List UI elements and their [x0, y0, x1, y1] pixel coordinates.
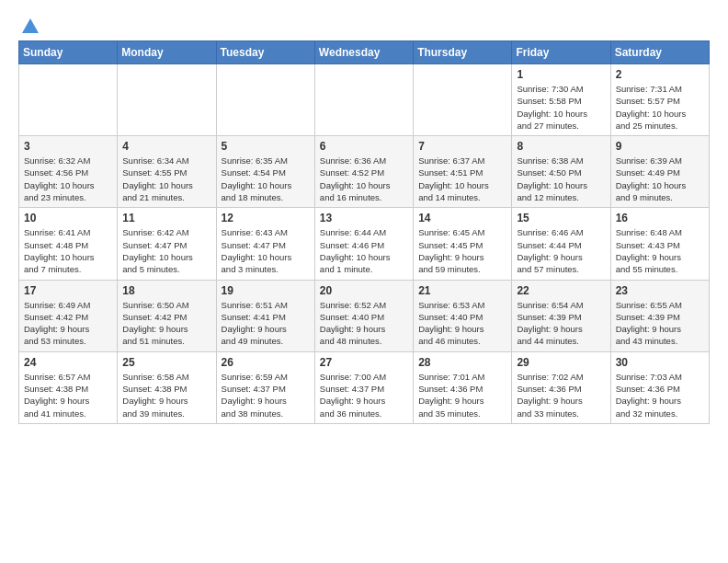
day-number: 7	[418, 140, 506, 153]
day-number: 22	[517, 284, 605, 297]
day-info: Sunrise: 7:31 AM Sunset: 5:57 PM Dayligh…	[616, 83, 704, 132]
calendar-cell: 6Sunrise: 6:36 AM Sunset: 4:52 PM Daylig…	[314, 136, 413, 208]
svg-marker-0	[22, 18, 39, 33]
day-number: 5	[222, 140, 310, 153]
day-info: Sunrise: 6:37 AM Sunset: 4:51 PM Dayligh…	[418, 155, 506, 203]
day-number: 23	[616, 284, 704, 297]
day-number: 16	[616, 212, 704, 224]
calendar-cell: 15Sunrise: 6:46 AM Sunset: 4:44 PM Dayli…	[512, 208, 610, 280]
calendar-cell: 28Sunrise: 7:01 AM Sunset: 4:36 PM Dayli…	[414, 351, 512, 423]
day-info: Sunrise: 6:38 AM Sunset: 4:50 PM Dayligh…	[517, 155, 605, 203]
calendar-cell: 1Sunrise: 7:30 AM Sunset: 5:58 PM Daylig…	[512, 64, 610, 136]
calendar-cell: 22Sunrise: 6:54 AM Sunset: 4:39 PM Dayli…	[512, 280, 610, 351]
logo-icon	[20, 17, 40, 37]
calendar-cell: 2Sunrise: 7:31 AM Sunset: 5:57 PM Daylig…	[610, 64, 709, 136]
day-number: 27	[320, 356, 408, 369]
day-info: Sunrise: 6:52 AM Sunset: 4:40 PM Dayligh…	[320, 299, 408, 348]
calendar-cell: 24Sunrise: 6:57 AM Sunset: 4:38 PM Dayli…	[19, 351, 118, 423]
calendar-cell	[414, 64, 512, 136]
day-number: 21	[418, 284, 506, 297]
calendar-cell: 11Sunrise: 6:42 AM Sunset: 4:47 PM Dayli…	[118, 208, 216, 280]
calendar-cell: 30Sunrise: 7:03 AM Sunset: 4:36 PM Dayli…	[610, 351, 709, 423]
day-info: Sunrise: 7:03 AM Sunset: 4:36 PM Dayligh…	[616, 371, 704, 419]
calendar-cell: 20Sunrise: 6:52 AM Sunset: 4:40 PM Dayli…	[314, 280, 413, 351]
calendar-cell: 14Sunrise: 6:45 AM Sunset: 4:45 PM Dayli…	[414, 208, 512, 280]
day-info: Sunrise: 6:48 AM Sunset: 4:43 PM Dayligh…	[616, 226, 704, 275]
week-row-3: 10Sunrise: 6:41 AM Sunset: 4:48 PM Dayli…	[19, 208, 710, 280]
calendar-cell: 3Sunrise: 6:32 AM Sunset: 4:56 PM Daylig…	[19, 136, 118, 208]
day-number: 12	[222, 212, 310, 224]
header	[18, 15, 710, 33]
day-info: Sunrise: 6:57 AM Sunset: 4:38 PM Dayligh…	[24, 371, 112, 419]
day-info: Sunrise: 6:46 AM Sunset: 4:44 PM Dayligh…	[517, 226, 605, 275]
day-info: Sunrise: 6:44 AM Sunset: 4:46 PM Dayligh…	[320, 226, 408, 275]
weekday-header-tuesday: Tuesday	[216, 41, 314, 64]
day-number: 20	[320, 284, 408, 297]
day-number: 25	[122, 356, 210, 369]
day-number: 9	[616, 140, 704, 153]
calendar-cell: 25Sunrise: 6:58 AM Sunset: 4:38 PM Dayli…	[118, 351, 216, 423]
day-info: Sunrise: 6:49 AM Sunset: 4:42 PM Dayligh…	[24, 299, 112, 348]
day-number: 28	[418, 356, 506, 369]
calendar-cell: 8Sunrise: 6:38 AM Sunset: 4:50 PM Daylig…	[512, 136, 610, 208]
calendar-cell	[19, 64, 118, 136]
day-number: 18	[122, 284, 210, 297]
day-info: Sunrise: 6:45 AM Sunset: 4:45 PM Dayligh…	[418, 226, 506, 275]
day-number: 26	[222, 356, 310, 369]
calendar-cell: 21Sunrise: 6:53 AM Sunset: 4:40 PM Dayli…	[414, 280, 512, 351]
calendar-cell: 10Sunrise: 6:41 AM Sunset: 4:48 PM Dayli…	[19, 208, 118, 280]
day-info: Sunrise: 6:58 AM Sunset: 4:38 PM Dayligh…	[122, 371, 210, 419]
day-info: Sunrise: 6:50 AM Sunset: 4:42 PM Dayligh…	[122, 299, 210, 348]
calendar: SundayMondayTuesdayWednesdayThursdayFrid…	[18, 40, 710, 424]
day-number: 1	[517, 68, 605, 81]
day-info: Sunrise: 6:41 AM Sunset: 4:48 PM Dayligh…	[24, 226, 112, 275]
weekday-header-row: SundayMondayTuesdayWednesdayThursdayFrid…	[19, 41, 710, 64]
calendar-cell: 29Sunrise: 7:02 AM Sunset: 4:36 PM Dayli…	[512, 351, 610, 423]
day-info: Sunrise: 6:36 AM Sunset: 4:52 PM Dayligh…	[320, 155, 408, 203]
day-number: 2	[616, 68, 704, 81]
day-info: Sunrise: 7:02 AM Sunset: 4:36 PM Dayligh…	[517, 371, 605, 419]
day-info: Sunrise: 6:32 AM Sunset: 4:56 PM Dayligh…	[24, 155, 112, 203]
day-number: 30	[616, 356, 704, 369]
day-info: Sunrise: 7:00 AM Sunset: 4:37 PM Dayligh…	[320, 371, 408, 419]
day-info: Sunrise: 6:51 AM Sunset: 4:41 PM Dayligh…	[222, 299, 310, 348]
weekday-header-sunday: Sunday	[19, 41, 118, 64]
calendar-cell: 13Sunrise: 6:44 AM Sunset: 4:46 PM Dayli…	[314, 208, 413, 280]
weekday-header-friday: Friday	[512, 41, 610, 64]
calendar-cell: 5Sunrise: 6:35 AM Sunset: 4:54 PM Daylig…	[216, 136, 314, 208]
day-info: Sunrise: 6:42 AM Sunset: 4:47 PM Dayligh…	[122, 226, 210, 275]
calendar-cell: 18Sunrise: 6:50 AM Sunset: 4:42 PM Dayli…	[118, 280, 216, 351]
day-number: 24	[24, 356, 112, 369]
day-number: 10	[24, 212, 112, 224]
calendar-cell: 12Sunrise: 6:43 AM Sunset: 4:47 PM Dayli…	[216, 208, 314, 280]
calendar-cell: 26Sunrise: 6:59 AM Sunset: 4:37 PM Dayli…	[216, 351, 314, 423]
week-row-4: 17Sunrise: 6:49 AM Sunset: 4:42 PM Dayli…	[19, 280, 710, 351]
weekday-header-wednesday: Wednesday	[314, 41, 413, 64]
calendar-cell: 19Sunrise: 6:51 AM Sunset: 4:41 PM Dayli…	[216, 280, 314, 351]
day-info: Sunrise: 7:01 AM Sunset: 4:36 PM Dayligh…	[418, 371, 506, 419]
calendar-cell: 23Sunrise: 6:55 AM Sunset: 4:39 PM Dayli…	[610, 280, 709, 351]
page: SundayMondayTuesdayWednesdayThursdayFrid…	[0, 0, 728, 433]
day-number: 13	[320, 212, 408, 224]
weekday-header-thursday: Thursday	[414, 41, 512, 64]
day-info: Sunrise: 6:43 AM Sunset: 4:47 PM Dayligh…	[222, 226, 310, 275]
calendar-cell	[118, 64, 216, 136]
logo	[18, 18, 40, 33]
day-number: 3	[24, 140, 112, 153]
week-row-5: 24Sunrise: 6:57 AM Sunset: 4:38 PM Dayli…	[19, 351, 710, 423]
day-number: 4	[122, 140, 210, 153]
day-info: Sunrise: 6:54 AM Sunset: 4:39 PM Dayligh…	[517, 299, 605, 348]
day-info: Sunrise: 7:30 AM Sunset: 5:58 PM Dayligh…	[517, 83, 605, 132]
day-info: Sunrise: 6:39 AM Sunset: 4:49 PM Dayligh…	[616, 155, 704, 203]
day-number: 14	[418, 212, 506, 224]
day-number: 6	[320, 140, 408, 153]
calendar-cell: 16Sunrise: 6:48 AM Sunset: 4:43 PM Dayli…	[610, 208, 709, 280]
calendar-cell: 27Sunrise: 7:00 AM Sunset: 4:37 PM Dayli…	[314, 351, 413, 423]
day-info: Sunrise: 6:55 AM Sunset: 4:39 PM Dayligh…	[616, 299, 704, 348]
day-number: 17	[24, 284, 112, 297]
day-info: Sunrise: 6:35 AM Sunset: 4:54 PM Dayligh…	[222, 155, 310, 203]
calendar-cell: 17Sunrise: 6:49 AM Sunset: 4:42 PM Dayli…	[19, 280, 118, 351]
day-info: Sunrise: 6:59 AM Sunset: 4:37 PM Dayligh…	[222, 371, 310, 419]
day-number: 8	[517, 140, 605, 153]
day-number: 11	[122, 212, 210, 224]
